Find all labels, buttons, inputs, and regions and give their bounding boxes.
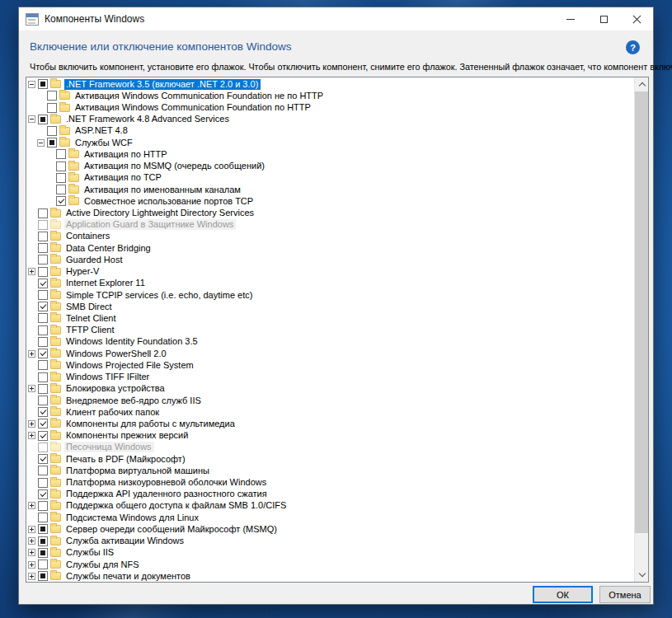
checkbox-unchecked[interactable] [56,162,66,171]
minimize-button[interactable] [554,7,587,30]
tree-item[interactable]: .NET Framework 3.5 (включает .NET 2.0 и … [27,78,633,90]
tree-item[interactable]: Платформа виртуальной машины [27,465,633,476]
expand-icon[interactable] [28,432,35,439]
expand-icon[interactable] [28,549,35,556]
checkbox-unchecked[interactable] [38,325,48,335]
checkbox-unchecked[interactable] [38,220,48,230]
tree-item[interactable]: Службы для NFS [27,559,633,570]
checkbox-unchecked[interactable] [38,290,48,300]
checkbox-checked[interactable] [38,302,48,311]
checkbox-partial[interactable] [38,536,48,546]
maximize-button[interactable] [587,7,620,30]
vertical-scrollbar[interactable] [634,77,648,582]
expand-icon[interactable] [28,561,35,569]
checkbox-unchecked[interactable] [38,513,48,522]
tree-item[interactable]: Поддержка общего доступа к файлам SMB 1.… [27,500,633,512]
checkbox-checked[interactable] [38,349,48,358]
checkbox-unchecked[interactable] [47,91,57,101]
tree-item[interactable]: Песочница Windows [27,442,633,453]
tree-item[interactable]: Службы IIS [27,547,633,559]
checkbox-partial[interactable] [38,548,48,558]
checkbox-unchecked[interactable] [38,384,48,394]
checkbox-unchecked[interactable] [38,232,48,241]
checkbox-unchecked[interactable] [38,255,48,265]
checkbox-partial[interactable] [47,138,57,147]
checkbox-unchecked[interactable] [47,103,57,113]
tree-item[interactable]: Data Center Bridging [27,242,633,254]
checkbox-unchecked[interactable] [38,208,48,218]
checkbox-partial[interactable] [38,524,48,534]
tree-item[interactable]: Windows Identity Foundation 3.5 [27,336,633,348]
collapse-icon[interactable] [28,115,35,123]
checkbox-partial[interactable] [38,115,48,124]
tree-item[interactable]: Application Guard в Защитнике Windows [27,219,633,231]
tree-item[interactable]: Windows PowerShell 2.0 [27,348,633,359]
help-button[interactable]: ? [626,40,640,54]
collapse-icon[interactable] [28,81,35,88]
tree-item[interactable]: Активация по TCP [27,172,633,184]
checkbox-unchecked[interactable] [56,173,66,183]
tree-item[interactable]: ASP.NET 4.8 [27,125,633,137]
tree-item[interactable]: Клиент рабочих папок [27,406,633,418]
tree-item[interactable]: Containers [27,231,633,242]
checkbox-unchecked[interactable] [38,478,48,488]
tree-item[interactable]: Активация Windows Communication Foundati… [27,90,633,101]
checkbox-unchecked[interactable] [38,337,48,347]
checkbox-unchecked[interactable] [38,466,48,475]
checkbox-checked[interactable] [38,407,48,417]
checkbox-unchecked[interactable] [38,243,48,253]
checkbox-unchecked[interactable] [38,559,48,569]
checkbox-unchecked[interactable] [38,501,48,511]
checkbox-checked[interactable] [38,279,48,288]
checkbox-checked[interactable] [38,431,48,441]
tree-item[interactable]: Сервер очереди сообщений Майкрософт (MSM… [27,523,633,535]
tree-item[interactable]: Платформа низкоуровневой оболочки Window… [27,476,633,488]
expand-icon[interactable] [28,526,35,533]
ok-button[interactable]: ОК [533,586,593,603]
checkbox-checked[interactable] [38,489,48,499]
expand-icon[interactable] [28,385,35,392]
checkbox-unchecked[interactable] [38,442,48,452]
checkbox-checked[interactable] [56,196,66,206]
tree-item[interactable]: Службы WCF [27,137,633,148]
checkbox-unchecked[interactable] [47,126,57,136]
checkbox-partial[interactable] [38,79,48,89]
tree-item[interactable]: Внедряемое веб-ядро служб IIS [27,395,633,406]
tree-item[interactable]: Active Directory Lightweight Directory S… [27,207,633,218]
tree-item[interactable]: Компоненты прежних версий [27,430,633,442]
expand-icon[interactable] [28,502,35,509]
tree-item[interactable]: SMB Direct [27,301,633,312]
expand-icon[interactable] [28,573,35,580]
scroll-up-button[interactable] [635,77,649,91]
checkbox-checked[interactable] [38,454,48,464]
checkbox-unchecked[interactable] [56,149,66,159]
tree-item[interactable]: Активация по HTTP [27,148,633,160]
tree-item[interactable]: Блокировка устройства [27,383,633,395]
close-button[interactable] [620,7,653,30]
tree-item[interactable]: Internet Explorer 11 [27,278,633,289]
tree-item[interactable]: Simple TCPIP services (i.e. echo, daytim… [27,289,633,301]
tree-item[interactable]: Активация Windows Communication Foundati… [27,101,633,113]
tree-item[interactable]: .NET Framework 4.8 Advanced Services [27,114,633,125]
tree-item[interactable]: Компоненты для работы с мультимедиа [27,418,633,429]
scrollbar-thumb[interactable] [635,91,649,533]
checkbox-unchecked[interactable] [38,267,48,277]
checkbox-unchecked[interactable] [38,372,48,382]
expand-icon[interactable] [28,537,35,545]
tree-item[interactable]: Служба активации Windows [27,536,633,547]
checkbox-checked[interactable] [38,419,48,428]
checkbox-unchecked[interactable] [38,313,48,323]
tree-item[interactable]: Hyper-V [27,266,633,278]
tree-item[interactable]: Активация по MSMQ (очередь сообщений) [27,161,633,172]
tree-item[interactable]: Службы печати и документов [27,570,633,582]
cancel-button[interactable]: Отмена [599,586,651,603]
tree-item[interactable]: Windows Projected File System [27,359,633,371]
tree-item[interactable]: TFTP Client [27,325,633,336]
expand-icon[interactable] [28,350,35,358]
checkbox-unchecked[interactable] [56,185,66,194]
tree-item[interactable]: Windows TIFF IFilter [27,371,633,382]
tree-item[interactable]: Совместное использование портов TCP [27,195,633,207]
tree-item[interactable]: Подсистема Windows для Linux [27,512,633,523]
checkbox-unchecked[interactable] [38,360,48,370]
collapse-icon[interactable] [37,139,45,147]
